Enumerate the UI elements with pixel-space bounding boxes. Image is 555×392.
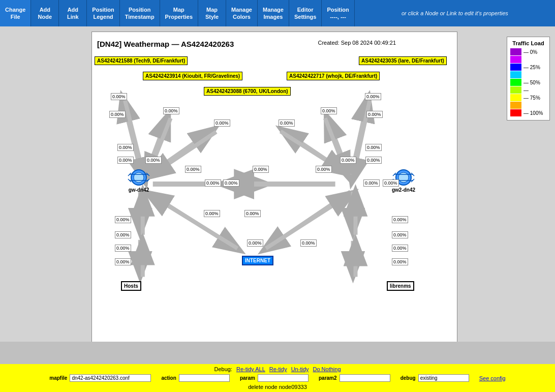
debug-fields: mapfile action param param2 debug See co… [3,374,552,382]
param-label: param [240,375,255,381]
traffic-label-17: 0.00% [365,157,382,164]
traffic-label-14: 0.00% [223,179,239,187]
map-title: [DN42] Weathermap — AS4242420263 [97,40,234,48]
hosts-node[interactable]: Hosts [121,281,141,291]
traffic-label-31: 0.00% [392,258,408,265]
internet-node[interactable]: INTERNET [242,256,273,265]
mapfile-field-group: mapfile [49,374,151,382]
asn-box-2[interactable]: AS4242423035 (lare, DE/Frankfurt) [359,56,447,65]
debug-field-label: debug [400,375,416,381]
traffic-label-9: 0.00% [117,144,134,151]
param-field-group: param [240,374,309,382]
map-area: [DN42] Weathermap — AS4242420263 Created… [0,26,555,342]
traffic-label-3: 0.00% [163,107,179,114]
traffic-label-4: 0.00% [214,119,230,127]
action-label: action [161,375,176,381]
traffic-label-33: 0.00% [300,239,317,247]
toolbar-hint: or click a Node or Link to edit it's pro… [355,0,555,26]
legend-color-6 [510,94,521,101]
legend-label-5: — [523,87,529,93]
svg-line-4 [145,115,168,176]
un-tidy-link[interactable]: Un-tidy [291,366,309,372]
svg-line-19 [148,193,237,249]
svg-line-13 [281,131,346,173]
legend-label-0: — 0% [523,49,537,55]
asn-box-1[interactable]: AS4242421588 (Tech9, DE/Frankfurt) [95,56,188,65]
editor-settings-button[interactable]: EditorSettings [289,0,322,26]
debug-field-group: debug [400,374,469,382]
param2-input[interactable] [340,374,390,382]
asn-box-3[interactable]: AS4242423914 (Kioubit, FR/Gravelines) [143,72,242,80]
position-button[interactable]: Position----, --- [322,0,354,26]
param-input[interactable] [258,374,309,382]
traffic-label-16: 0.00% [365,144,382,151]
legend-color-1 [510,56,521,63]
traffic-label-19: 0.00% [316,166,332,173]
add-node-button[interactable]: AddNode [31,0,59,26]
svg-line-6 [148,129,214,175]
traffic-label-12: 0.00% [185,166,201,173]
manage-colors-button[interactable]: ManageColors [226,0,258,26]
router-gw-dn42[interactable]: gw-dn42 [124,169,153,193]
traffic-label-5: 0.00% [365,93,381,100]
mapfile-label: mapfile [49,375,67,381]
legend-box: Traffic Load — 0% — 25% — 50% — — 75% [507,37,550,120]
traffic-label-29: 0.00% [392,231,408,238]
traffic-label-25: 0.00% [115,231,131,238]
map-properties-button[interactable]: MapProperties [160,0,198,26]
svg-point-35 [398,172,409,183]
do-nothing-link[interactable]: Do Nothing [313,366,341,372]
position-timestamp-button[interactable]: PositionTimestamp [120,0,160,26]
legend-label-8: — 100% [523,110,543,116]
map-style-button[interactable]: MapStyle [198,0,226,26]
traffic-label-18: 0.00% [340,157,356,164]
librenms-node[interactable]: librenms [387,281,414,291]
legend-color-8 [510,109,521,116]
position-legend-button[interactable]: PositionLegend [87,0,119,26]
traffic-label-23: 0.00% [244,210,261,217]
traffic-label-11: 0.00% [145,157,162,164]
legend-color-3 [510,71,521,78]
param2-field-group: param2 [319,374,390,382]
traffic-label-10: 0.00% [117,157,134,164]
retidy-all-link[interactable]: Re-tidy ALL [236,366,265,372]
traffic-label-27: 0.00% [115,258,131,265]
manage-images-button[interactable]: ManageImages [258,0,289,26]
traffic-label-22: 0.00% [204,210,220,217]
debug-bottom: delete node node09333 [3,384,552,390]
traffic-label-8: 0.00% [279,119,295,127]
traffic-label-7: 0.00% [321,107,337,114]
traffic-label-13: 0.00% [205,179,221,187]
svg-line-12 [282,130,348,174]
traffic-label-20: 0.00% [363,179,380,187]
map-canvas[interactable]: [DN42] Weathermap — AS4242420263 Created… [91,32,457,342]
legend-color-2 [510,64,521,71]
action-input[interactable] [179,374,230,382]
svg-line-18 [147,192,239,250]
traffic-label-1: 0.00% [111,93,127,100]
re-tidy-link[interactable]: Re-tidy [269,366,287,372]
toolbar: ChangeFile AddNode AddLink PositionLegen… [0,0,555,26]
mapfile-input[interactable] [70,374,151,382]
traffic-label-21: 0.00% [383,179,399,187]
debug-input[interactable] [418,374,469,382]
add-link-button[interactable]: AddLink [59,0,87,26]
svg-point-27 [134,172,144,183]
legend-color-7 [510,102,521,109]
legend-color-0 [510,48,521,55]
param2-label: param2 [319,375,337,381]
legend-label-2: — 25% [523,65,540,70]
svg-line-8 [351,98,368,179]
legend-color-4 [510,79,521,86]
asn-box-4[interactable]: AS4242422717 (whojk, DE/Frankfurt) [287,72,380,80]
legend-title: Traffic Load [510,40,546,46]
gw2-dn42-label: gw2-dn42 [389,187,418,193]
see-config-link[interactable]: See config [479,375,506,381]
debug-bar: Debug: Re-tidy ALL Re-tidy Un-tidy Do No… [0,364,555,392]
traffic-label-28: 0.00% [392,216,408,223]
asn-box-5[interactable]: AS4242423088 (6700, UK/London) [204,87,291,96]
legend-label-6: — 75% [523,95,540,101]
traffic-label-24: 0.00% [115,216,131,223]
change-file-button[interactable]: ChangeFile [0,0,31,26]
debug-top: Debug: Re-tidy ALL Re-tidy Un-tidy Do No… [3,366,552,372]
